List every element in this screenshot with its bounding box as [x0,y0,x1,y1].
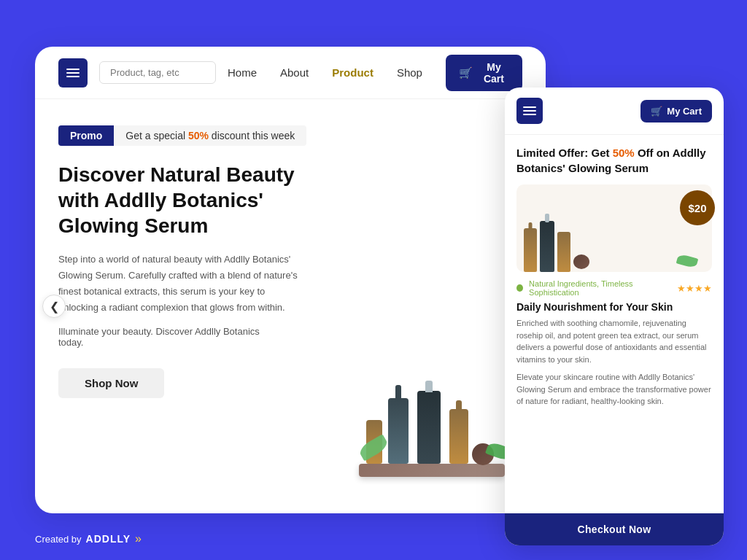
bottle-tall-left [388,398,409,464]
hamburger-icon [66,69,80,77]
hero-tagline: Illuminate your beauty. Discover Addlly … [58,326,277,348]
nav-product[interactable]: Product [332,66,374,79]
nav-home[interactable]: Home [228,66,257,79]
menu-button[interactable] [58,58,88,88]
page-wrapper: Home About Product Shop 🛒 My Cart ❮ Prom… [0,0,747,560]
created-by-text: Created by [35,534,82,545]
checkout-button[interactable]: Checkout Now [505,513,724,545]
bottle-amber-right [449,409,468,464]
prev-button[interactable]: ❮ [42,295,66,318]
side-card: 🛒 My Cart Limited Offer: Get 50% Off on … [505,88,724,545]
hero-title: Discover Natural Beauty with Addlly Bota… [58,162,306,238]
side-card-header: 🛒 My Cart [505,88,724,135]
side-cart-label: My Cart [667,106,702,117]
product-desc-1: Enriched with soothing chamomile, rejuve… [516,317,712,365]
product-name: Daily Nourishment for Your Skin [516,301,712,313]
brand-arrow-icon: » [135,532,142,545]
header: Home About Product Shop 🛒 My Cart [35,47,546,99]
side-cart-icon: 🛒 [651,106,662,117]
cart-icon: 🛒 [459,66,473,79]
star-rating: ★★★★ [677,283,712,294]
search-input[interactable] [99,61,216,84]
mini-leaf [676,254,699,269]
side-card-body: Limited Offer: Get 50% Off on Addlly Bot… [505,135,724,513]
tags-row: Natural Ingredients, Timeless Sophistica… [516,279,712,297]
brand-name: ADDLLY [86,533,131,545]
nav-shop[interactable]: Shop [397,66,422,79]
promo-text: Get a special 50% discount this week [114,125,306,146]
chevron-left-icon: ❮ [50,300,59,314]
promo-bar: Promo Get a special 50% discount this we… [58,125,522,146]
side-cart-button[interactable]: 🛒 My Cart [640,100,712,122]
offer-title: Limited Offer: Get 50% Off on Addlly Bot… [516,145,712,176]
cart-label: My Cart [479,61,509,85]
mini-bottle-1 [524,228,537,272]
main-card: Home About Product Shop 🛒 My Cart ❮ Prom… [35,47,546,513]
hero-section: ❮ Promo Get a special 50% discount this … [35,99,546,513]
mini-bottles [524,221,589,272]
side-menu-button[interactable] [516,98,543,124]
shop-now-button[interactable]: Shop Now [58,368,164,398]
side-product-image: $20 [516,184,712,272]
mini-bottle-round [573,254,589,269]
mini-bottle-3 [557,232,570,272]
tag-dot [516,284,523,292]
nav-about[interactable]: About [280,66,309,79]
cart-button[interactable]: 🛒 My Cart [446,55,522,91]
tray [359,464,505,477]
hero-description: Step into a world of natural beauty with… [58,252,306,316]
price-badge: $20 [680,190,715,225]
bottle-tall-center [417,391,441,464]
main-nav: Home About Product Shop 🛒 My Cart [228,55,522,91]
promo-tag: Promo [58,125,114,146]
product-desc-2: Elevate your skincare routine with Addll… [516,371,712,408]
side-hamburger-icon [523,106,536,115]
footer-credit: Created by ADDLLY » [35,532,142,545]
tag-text: Natural Ingredients, Timeless Sophistica… [529,279,671,297]
mini-bottle-2 [540,221,554,272]
